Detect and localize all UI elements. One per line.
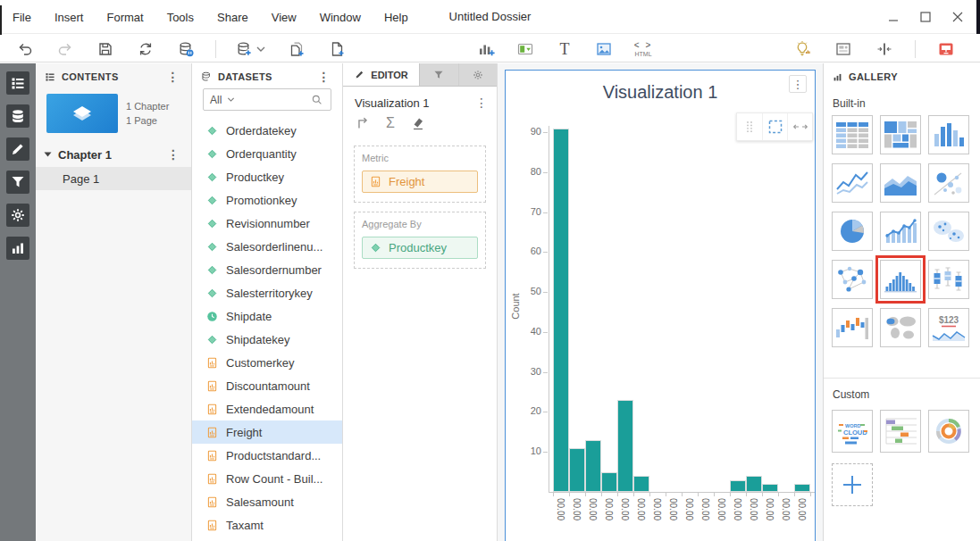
dataset-field-productkey[interactable]: Productkey: [192, 165, 342, 188]
menu-format[interactable]: Format: [106, 11, 143, 24]
insights-button[interactable]: [792, 37, 813, 61]
gallery-tile-line-chart[interactable]: [832, 163, 873, 203]
menu-file[interactable]: File: [13, 11, 31, 24]
layout-button[interactable]: [833, 37, 854, 61]
histogram-bar-12[interactable]: [730, 480, 746, 492]
sidebar-item-gallery[interactable]: [6, 237, 29, 260]
dataset-field-salesterritorykey[interactable]: Salesterritorykey: [192, 281, 342, 304]
dataset-field-discountamount[interactable]: Discountamount: [192, 374, 342, 397]
tab-filter[interactable]: [420, 63, 458, 86]
dataset-field-taxamt[interactable]: Taxamt: [192, 513, 342, 537]
eraser-button[interactable]: [410, 115, 426, 131]
marquee-select-button[interactable]: [762, 113, 787, 140]
dataset-field-orderdatekey[interactable]: Orderdatekey: [192, 119, 342, 142]
datasets-menu-button[interactable]: ⋮: [314, 69, 334, 85]
gallery-tile-box-plot[interactable]: [928, 260, 969, 299]
text-tool-button[interactable]: T: [554, 37, 575, 61]
html-tool-button[interactable]: < >HTML: [632, 37, 654, 61]
dataset-field-productstandard-[interactable]: Productstandard...: [192, 444, 342, 467]
menu-window[interactable]: Window: [320, 11, 361, 24]
gallery-tile-histogram[interactable]: [880, 260, 921, 299]
minimize-button[interactable]: [884, 7, 903, 27]
gallery-tile-word-cloud[interactable]: WORDCLOUD: [832, 410, 873, 453]
visualization-container[interactable]: ⋮ Visualization 1 Count 1020304050607080…: [505, 70, 816, 541]
gallery-tile-kpi[interactable]: $123: [928, 308, 969, 347]
dataset-status-button[interactable]: [175, 37, 197, 61]
dataset-field-shipdatekey[interactable]: Shipdatekey: [192, 328, 342, 351]
add-page-button[interactable]: [326, 37, 348, 61]
dataset-field-customerkey[interactable]: Customerkey: [192, 351, 342, 374]
gallery-tile-bubble-chart[interactable]: [928, 163, 969, 203]
sidebar-item-contents[interactable]: [6, 71, 29, 95]
dataset-field-salesordernumber[interactable]: Salesordernumber: [192, 258, 342, 281]
menu-share[interactable]: Share: [217, 11, 248, 24]
dataset-field-orderquantity[interactable]: Orderquantity: [192, 142, 342, 165]
gallery-tile-gantt[interactable]: [880, 410, 921, 453]
metric-drop-zone[interactable]: Metric Freight: [354, 146, 486, 203]
add-visualization-button[interactable]: [475, 37, 497, 61]
tab-editor[interactable]: EDITOR: [343, 63, 420, 86]
sigma-button[interactable]: Σ: [386, 116, 395, 130]
add-custom-visual-button[interactable]: [832, 463, 873, 506]
filter-panel-button[interactable]: [515, 37, 536, 61]
histogram-bar-6[interactable]: [633, 476, 649, 492]
image-tool-button[interactable]: [593, 37, 615, 61]
chapter-menu-button[interactable]: ⋮: [163, 146, 183, 162]
menu-tools[interactable]: Tools: [167, 11, 194, 24]
sidebar-item-datasets[interactable]: [6, 104, 29, 128]
histogram-bar-1[interactable]: [553, 129, 569, 492]
gallery-tile-area-chart[interactable]: [880, 163, 921, 203]
histogram-bar-5[interactable]: [617, 400, 633, 492]
maximize-button[interactable]: [916, 7, 935, 27]
menu-help[interactable]: Help: [384, 11, 408, 24]
contents-menu-button[interactable]: ⋮: [163, 69, 183, 85]
undo-button[interactable]: [14, 37, 36, 61]
dataset-field-freight[interactable]: Freight: [192, 420, 342, 444]
duplicate-page-button[interactable]: [286, 37, 307, 61]
gallery-tile-world-map[interactable]: [880, 308, 921, 347]
dataset-field-extendedamount[interactable]: Extendedamount: [192, 397, 342, 420]
sidebar-item-settings[interactable]: [6, 204, 29, 227]
save-button[interactable]: [95, 37, 116, 61]
chart-menu-button[interactable]: ⋮: [789, 75, 807, 93]
histogram-bar-2[interactable]: [569, 448, 585, 492]
dataset-field-promotionkey[interactable]: Promotionkey: [192, 188, 342, 212]
gallery-tile-sunburst[interactable]: [928, 410, 969, 453]
visualization-menu-button[interactable]: ⋮: [472, 95, 491, 111]
chapter-row[interactable]: Chapter 1 ⋮: [36, 144, 191, 165]
histogram-bar-16[interactable]: [794, 484, 810, 492]
presentation-button[interactable]: [935, 37, 957, 61]
gallery-tile-pie-chart[interactable]: [832, 212, 873, 251]
menu-view[interactable]: View: [272, 11, 297, 24]
dataset-field-shipdate[interactable]: Shipdate: [192, 304, 342, 328]
aggregate-by-drop-zone[interactable]: Aggregate By Productkey: [354, 212, 486, 269]
gallery-tile-waterfall[interactable]: [832, 308, 873, 347]
histogram-bar-3[interactable]: [585, 440, 601, 492]
sidebar-item-editor[interactable]: [6, 137, 29, 161]
tab-settings[interactable]: [458, 63, 498, 86]
menu-insert[interactable]: Insert: [54, 11, 84, 24]
add-data-button[interactable]: [235, 37, 267, 61]
dataset-filter-value[interactable]: All: [210, 94, 222, 106]
dataset-field-revisionnumber[interactable]: Revisionnumber: [192, 212, 342, 235]
dataset-search-box[interactable]: All: [203, 88, 331, 111]
swap-axes-button[interactable]: [355, 115, 371, 131]
gallery-tile-network[interactable]: [832, 260, 873, 299]
histogram-bar-4[interactable]: [601, 472, 617, 492]
drag-handle[interactable]: [737, 113, 762, 140]
redo-button[interactable]: [54, 37, 76, 61]
dataset-field-salesorderlinenu-[interactable]: Salesorderlinenu...: [192, 235, 342, 258]
dossier-thumbnail[interactable]: [46, 94, 118, 133]
gallery-tile-geo-map[interactable]: [928, 212, 969, 251]
gallery-tile-combo-chart[interactable]: [880, 212, 921, 251]
close-button[interactable]: [948, 7, 967, 27]
attribute-pill-productkey[interactable]: Productkey: [362, 237, 478, 259]
page-row[interactable]: Page 1: [36, 167, 191, 190]
gallery-tile-grid[interactable]: [832, 115, 873, 154]
metric-pill-freight[interactable]: Freight: [362, 171, 478, 193]
histogram-bar-14[interactable]: [762, 484, 778, 492]
histogram-bar-13[interactable]: [746, 476, 762, 492]
collapse-panel-button[interactable]: [874, 37, 895, 61]
gallery-tile-heatmap[interactable]: [880, 115, 921, 154]
gallery-tile-bar-chart[interactable]: [928, 115, 969, 154]
